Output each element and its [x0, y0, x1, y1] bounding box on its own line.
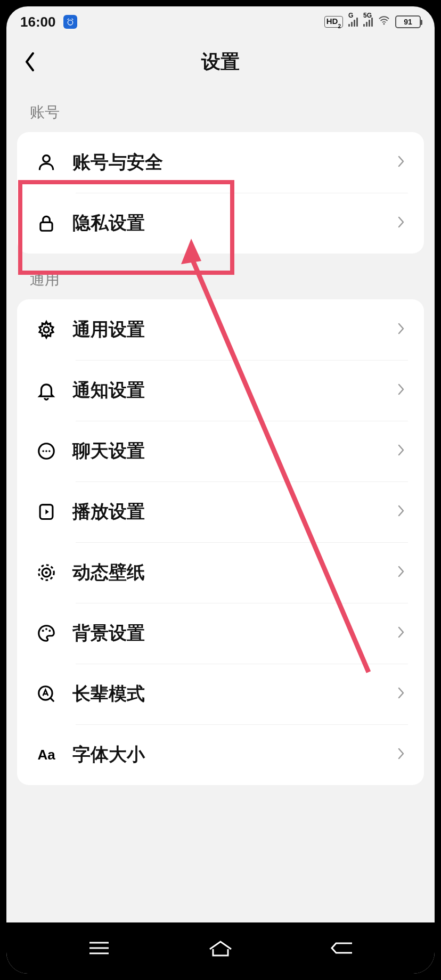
row-label: 动态壁纸: [63, 560, 397, 585]
status-bar: 16:00 HD2 G 5G 91: [6, 6, 435, 37]
row-label: 通用设置: [63, 317, 397, 342]
android-back-button[interactable]: [315, 940, 369, 956]
svg-point-15: [48, 630, 51, 632]
chevron-right-icon: [397, 216, 408, 231]
signal-2-icon: 5G: [363, 17, 373, 27]
svg-point-6: [42, 450, 44, 452]
row-privacy-settings[interactable]: 隐私设置: [17, 193, 424, 254]
status-time: 16:00: [20, 14, 56, 30]
chevron-right-icon: [397, 444, 408, 459]
android-nav-bar: [6, 922, 435, 974]
font-size-icon: Aa: [30, 747, 63, 763]
chevron-right-icon: [397, 747, 408, 762]
svg-rect-3: [40, 222, 52, 231]
chevron-right-icon: [397, 155, 408, 170]
android-recents-button[interactable]: [72, 940, 126, 956]
play-icon: [30, 502, 63, 522]
section-label-account: 账号: [6, 86, 435, 132]
svg-point-1: [383, 23, 385, 24]
chevron-right-icon: [397, 565, 408, 580]
row-background-settings[interactable]: 背景设置: [17, 603, 424, 664]
row-elder-mode[interactable]: 长辈模式: [17, 664, 424, 724]
page-title: 设置: [6, 49, 435, 75]
signal-1-icon: G: [348, 17, 358, 27]
row-label: 账号与安全: [63, 150, 397, 175]
row-account-security[interactable]: 账号与安全: [17, 132, 424, 193]
row-general-settings[interactable]: 通用设置: [17, 299, 424, 360]
svg-point-7: [45, 450, 47, 452]
row-playback-settings[interactable]: 播放设置: [17, 481, 424, 542]
row-label: 背景设置: [63, 621, 397, 646]
row-label: 隐私设置: [63, 211, 397, 235]
magnify-a-icon: [30, 684, 63, 704]
chevron-right-icon: [397, 626, 408, 641]
lock-icon: [30, 213, 63, 233]
alarm-icon: [63, 15, 77, 29]
row-notification-settings[interactable]: 通知设置: [17, 360, 424, 421]
battery-icon: 91: [395, 15, 421, 28]
svg-point-14: [45, 628, 47, 630]
nav-header: 设置: [6, 37, 435, 86]
gear-icon: [30, 320, 63, 340]
target-icon: [30, 562, 63, 583]
chevron-right-icon: [397, 504, 408, 519]
row-live-wallpaper[interactable]: 动态壁纸: [17, 542, 424, 603]
chevron-right-icon: [397, 687, 408, 701]
row-label: 播放设置: [63, 500, 397, 524]
svg-point-8: [48, 450, 50, 452]
wifi-icon: [378, 15, 390, 29]
person-icon: [30, 152, 63, 173]
palette-icon: [30, 623, 63, 643]
card-account: 账号与安全 隐私设置: [17, 132, 424, 254]
svg-point-0: [68, 20, 72, 25]
svg-point-4: [44, 327, 49, 332]
card-general: 通用设置 通知设置 聊天设置 播放设置: [17, 299, 424, 785]
hd-icon: HD2: [324, 16, 343, 28]
row-label: 字体大小: [63, 742, 397, 767]
chat-icon: [30, 441, 63, 461]
chevron-right-icon: [397, 383, 408, 398]
svg-point-13: [42, 630, 44, 632]
row-label: 长辈模式: [63, 682, 397, 706]
row-chat-settings[interactable]: 聊天设置: [17, 421, 424, 481]
row-font-size[interactable]: Aa 字体大小: [17, 724, 424, 785]
row-label: 聊天设置: [63, 439, 397, 463]
chevron-right-icon: [397, 322, 408, 337]
svg-point-12: [45, 571, 47, 574]
bell-icon: [30, 380, 63, 401]
row-label: 通知设置: [63, 378, 397, 403]
section-label-general: 通用: [6, 254, 435, 299]
android-home-button[interactable]: [194, 938, 247, 958]
svg-point-2: [43, 156, 50, 162]
